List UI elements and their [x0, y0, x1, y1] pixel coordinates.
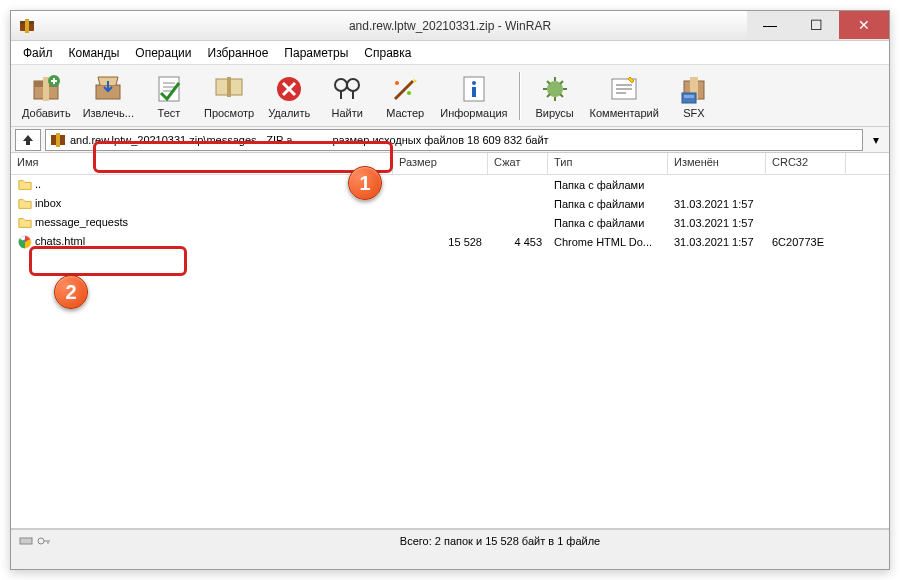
status-text: Всего: 2 папок и 15 528 байт в 1 файле	[111, 535, 889, 547]
menu-operations[interactable]: Операции	[127, 43, 199, 63]
titlebar: and.rew.lptw_20210331.zip - WinRAR — ☐ ✕	[11, 11, 889, 41]
close-button[interactable]: ✕	[839, 11, 889, 39]
menu-file[interactable]: Файл	[15, 43, 61, 63]
window-controls: — ☐ ✕	[747, 11, 889, 39]
annotation-badge-2: 2	[54, 275, 88, 309]
svg-rect-2	[25, 19, 29, 33]
col-modified[interactable]: Изменён	[668, 153, 766, 174]
app-icon	[19, 18, 35, 34]
svg-rect-25	[684, 95, 694, 98]
file-row-inbox[interactable]: inbox Папка с файлами 31.03.2021 1:57	[11, 194, 889, 213]
file-row-parent[interactable]: .. Папка с файлами	[11, 175, 889, 194]
comment-button[interactable]: Комментарий	[585, 70, 664, 122]
menubar: Файл Команды Операции Избранное Параметр…	[11, 41, 889, 65]
svg-rect-9	[216, 79, 228, 95]
winrar-window: and.rew.lptw_20210331.zip - WinRAR — ☐ ✕…	[10, 10, 890, 570]
menu-favorites[interactable]: Избранное	[200, 43, 277, 63]
column-headers: Имя Размер Сжат Тип Изменён CRC32	[11, 153, 889, 175]
drive-icon	[19, 534, 33, 548]
chrome-icon	[17, 234, 33, 250]
svg-point-18	[472, 81, 476, 85]
folder-icon	[17, 215, 33, 231]
delete-button[interactable]: Удалить	[261, 70, 317, 122]
col-size[interactable]: Размер	[393, 153, 488, 174]
find-icon	[331, 73, 363, 105]
address-dropdown[interactable]: ▾	[867, 133, 885, 147]
menu-options[interactable]: Параметры	[276, 43, 356, 63]
wizard-icon	[389, 73, 421, 105]
col-crc[interactable]: CRC32	[766, 153, 846, 174]
info-button[interactable]: Информация	[435, 70, 512, 122]
svg-point-16	[407, 91, 411, 95]
view-button[interactable]: Просмотр	[199, 70, 259, 122]
status-icons	[11, 534, 111, 548]
svg-rect-10	[230, 79, 242, 95]
svg-point-31	[38, 538, 44, 544]
svg-point-15	[395, 81, 399, 85]
col-type[interactable]: Тип	[548, 153, 668, 174]
minimize-button[interactable]: —	[747, 11, 793, 39]
address-field[interactable]: and.rew.lptw_20210331.zip\messages - ZIP…	[45, 129, 863, 151]
annotation-badge-1: 1	[348, 166, 382, 200]
extract-button[interactable]: Извлечь...	[78, 70, 139, 122]
addressbar: and.rew.lptw_20210331.zip\messages - ZIP…	[11, 127, 889, 153]
svg-point-14	[347, 79, 359, 91]
test-icon	[153, 73, 185, 105]
wizard-button[interactable]: Мастер	[377, 70, 433, 122]
key-icon	[37, 534, 51, 548]
maximize-button[interactable]: ☐	[793, 11, 839, 39]
test-button[interactable]: Тест	[141, 70, 197, 122]
info-icon	[458, 73, 490, 105]
virus-icon	[539, 73, 571, 105]
col-packed[interactable]: Сжат	[488, 153, 548, 174]
address-path: and.rew.lptw_20210331.zip\messages - ZIP…	[70, 134, 292, 146]
view-icon	[213, 73, 245, 105]
window-title: and.rew.lptw_20210331.zip - WinRAR	[349, 19, 551, 33]
svg-rect-27	[56, 133, 60, 147]
menu-commands[interactable]: Команды	[61, 43, 128, 63]
col-name[interactable]: Имя	[11, 153, 393, 174]
up-button[interactable]	[15, 129, 41, 151]
file-row-message-requests[interactable]: message_requests Папка с файлами 31.03.2…	[11, 213, 889, 232]
file-row-chats[interactable]: chats.html 15 528 4 453 Chrome HTML Do..…	[11, 232, 889, 251]
virus-button[interactable]: Вирусы	[527, 70, 583, 122]
toolbar-separator	[519, 72, 521, 120]
svg-rect-19	[472, 87, 476, 97]
delete-icon	[273, 73, 305, 105]
find-button[interactable]: Найти	[319, 70, 375, 122]
statusbar: Всего: 2 папок и 15 528 байт в 1 файле	[11, 529, 889, 551]
folder-icon	[17, 196, 33, 212]
add-button[interactable]: Добавить	[17, 70, 76, 122]
toolbar: Добавить Извлечь... Тест Просмотр Удалит…	[11, 65, 889, 127]
address-info: размер исходных файлов 18 609 832 байт	[332, 134, 548, 146]
extract-icon	[92, 73, 124, 105]
folder-icon	[17, 177, 33, 193]
svg-rect-11	[227, 77, 231, 97]
sfx-icon	[678, 73, 710, 105]
svg-rect-30	[20, 538, 32, 544]
file-list: Имя Размер Сжат Тип Изменён CRC32 .. Пап…	[11, 153, 889, 529]
archive-icon	[50, 132, 66, 148]
sfx-button[interactable]: SFX	[666, 70, 722, 122]
comment-icon	[608, 73, 640, 105]
menu-help[interactable]: Справка	[356, 43, 419, 63]
svg-point-13	[335, 79, 347, 91]
add-icon	[30, 73, 62, 105]
